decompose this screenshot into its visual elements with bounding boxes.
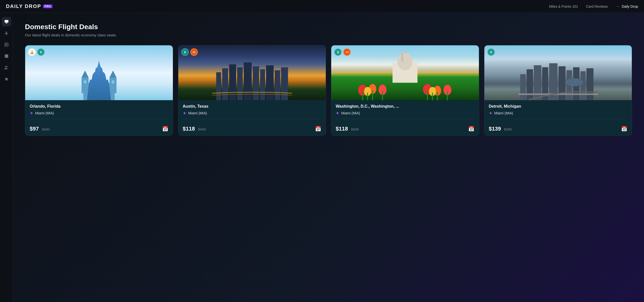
origin-star-icon: ★	[336, 111, 339, 115]
price-current: $118	[336, 126, 348, 132]
nav-card-reviews[interactable]: Card Reviews	[586, 4, 608, 8]
price-area: $118 $300	[336, 126, 359, 132]
card-footer-dc: $118 $300 📅	[331, 126, 479, 136]
svg-rect-27	[274, 70, 280, 100]
sidebar-item-wallet[interactable]	[2, 51, 11, 61]
calendar-icon[interactable]: 📅	[315, 126, 321, 132]
price-current: $118	[183, 126, 195, 132]
screen-icon: ▭	[346, 50, 348, 54]
svg-rect-19	[216, 72, 221, 100]
svg-marker-8	[4, 77, 8, 81]
sidebar-item-tv[interactable]	[2, 17, 11, 26]
austin-skyline-image	[178, 56, 326, 100]
svg-rect-32	[404, 50, 406, 53]
svg-point-59	[565, 78, 583, 86]
wallet-icon	[4, 54, 9, 58]
calendar-icon[interactable]: 📅	[162, 126, 168, 132]
card-image-area: 🔔 0	[25, 45, 173, 100]
svg-rect-18	[112, 80, 114, 84]
nav-daily-drop[interactable]: → Daily Drop	[616, 4, 638, 9]
card-body-dc: Washington, D.C., Washington, ... ★ Miam…	[331, 100, 479, 126]
svg-rect-31	[401, 53, 403, 61]
svg-rect-21	[229, 64, 236, 100]
svg-marker-13	[82, 70, 88, 77]
svg-rect-24	[253, 66, 259, 100]
people-icon	[4, 65, 9, 70]
card-image-area-austin: 0 ▭	[178, 45, 326, 100]
card-divider	[489, 119, 628, 119]
badge-screen-austin: ▭	[190, 48, 198, 56]
card-badges-detroit: 0	[487, 48, 495, 56]
badge-count: 0	[490, 50, 492, 54]
badge-bell: 🔔	[28, 48, 36, 56]
svg-rect-22	[237, 67, 242, 100]
card-destination-austin: Austin, Texas	[183, 104, 322, 109]
svg-rect-36	[372, 90, 373, 100]
table-icon	[4, 42, 9, 47]
origin-label: Miami (MIA)	[35, 111, 54, 115]
logo-text: DAILY DROP	[6, 3, 41, 9]
deal-card-austin[interactable]: 0 ▭ Austin, Texas ★ Miami (MIA)	[178, 45, 326, 136]
badge-zero-detroit: 0	[487, 48, 495, 56]
price-area: $97 $200	[30, 126, 50, 132]
price-original: $300	[198, 127, 206, 131]
card-body-detroit: Detroit, Michigan ★ Miami (MIA)	[484, 100, 632, 126]
sidebar-item-star[interactable]	[2, 74, 11, 84]
origin-star-icon: ★	[489, 111, 492, 115]
main-layout: Domestic Flight Deals Our latest flight …	[0, 13, 644, 302]
calendar-icon[interactable]: 📅	[621, 126, 627, 132]
svg-rect-26	[266, 65, 273, 100]
badge-count: 0	[184, 50, 186, 54]
nav-arrow-icon: →	[616, 4, 620, 9]
svg-rect-10	[94, 72, 104, 83]
card-image-area-detroit: 0	[484, 45, 632, 100]
sidebar-item-people[interactable]	[2, 63, 11, 72]
top-navigation: DAILY DROP PRO Miles & Points 101 Card R…	[0, 0, 644, 13]
svg-rect-23	[244, 62, 252, 100]
badge-zero-austin: 0	[181, 48, 189, 56]
card-destination-detroit: Detroit, Michigan	[489, 104, 628, 109]
card-image-area-dc: 0 ▭	[331, 45, 479, 100]
badge-zero: 0	[37, 48, 45, 56]
card-badges-dc: 0 ▭	[334, 48, 351, 56]
svg-rect-25	[260, 69, 265, 100]
logo[interactable]: DAILY DROP PRO	[6, 3, 52, 9]
origin-label: Miami (MIA)	[494, 111, 513, 115]
svg-rect-57	[580, 71, 586, 100]
deal-card-orlando[interactable]: 🔔 0 Orlando, Florida ★ Miami (MIA)	[25, 45, 173, 136]
plane-icon	[4, 31, 9, 35]
price-original: $300	[351, 127, 359, 131]
card-footer-austin: $118 $300 📅	[178, 126, 326, 136]
badge-screen-dc: ▭	[343, 48, 351, 56]
price-current: $97	[30, 126, 39, 132]
card-origin-dc: ★ Miami (MIA)	[336, 111, 474, 115]
screen-icon: ▭	[192, 50, 195, 54]
sidebar	[0, 13, 13, 302]
svg-rect-0	[4, 20, 8, 23]
svg-rect-14	[110, 77, 116, 93]
price-original: $200	[42, 127, 50, 131]
page-subtitle: Our latest flight deals in domestic econ…	[25, 33, 632, 37]
origin-star-icon: ★	[183, 111, 186, 115]
sidebar-item-plane[interactable]	[2, 28, 11, 38]
origin-star-icon: ★	[30, 111, 33, 115]
price-original: $265	[504, 127, 512, 131]
calendar-icon[interactable]: 📅	[468, 126, 474, 132]
svg-rect-20	[222, 68, 228, 100]
nav-miles[interactable]: Miles & Points 101	[549, 4, 578, 8]
deal-card-dc[interactable]: 0 ▭ Washington, D.C., Washington, ... ★ …	[331, 45, 479, 136]
star-sidebar-icon	[4, 77, 9, 81]
deals-grid: 🔔 0 Orlando, Florida ★ Miami (MIA)	[25, 45, 632, 136]
pro-badge: PRO	[43, 4, 52, 8]
price-area: $118 $300	[183, 126, 206, 132]
svg-rect-49	[520, 74, 526, 100]
card-divider	[30, 119, 168, 119]
deal-card-detroit[interactable]: 0 Detroit, Michigan ★ Miami (MIA) $139	[484, 45, 632, 136]
nav-links: Miles & Points 101 Card Reviews → Daily …	[549, 4, 638, 9]
svg-rect-46	[367, 93, 368, 100]
svg-rect-40	[427, 91, 428, 100]
sidebar-item-table[interactable]	[2, 40, 11, 49]
card-badges-orlando: 🔔 0	[28, 48, 45, 56]
price-current: $139	[489, 126, 501, 132]
card-divider	[183, 119, 322, 119]
